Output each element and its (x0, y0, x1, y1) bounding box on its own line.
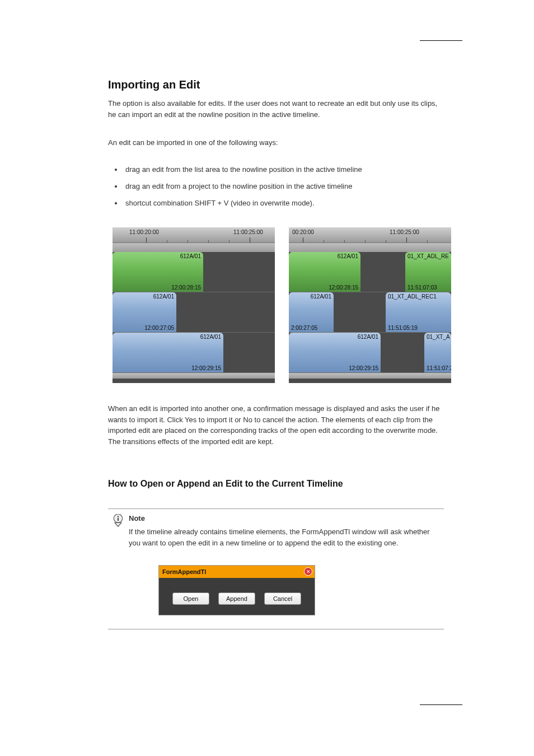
clip-label: 01_XT_AD (427, 334, 450, 340)
clip[interactable]: 612A/01 12:00:29:15 (113, 333, 223, 372)
ruler-tc: 11:00:25:00 (390, 229, 419, 235)
append-dialog: FormAppendTl ✕ Open Append Cancel (158, 565, 315, 615)
dialog-title: FormAppendTl (162, 568, 206, 575)
timeline-panel-after: 00:20:00 11:00:25:00 612A/01 12:00:28:15… (289, 227, 451, 383)
clip-tc: 11:51:05:19 (388, 325, 418, 331)
dialog-button-row: Open Append Cancel (159, 592, 315, 605)
clip-label: 612A/01 (180, 253, 201, 259)
timeline-track: 612A/01 12:00:29:15 01_XT_AD 11:51:07:2 (289, 333, 451, 373)
section-title: Importing an Edit (108, 78, 200, 91)
note-icon (112, 514, 124, 528)
cancel-button[interactable]: Cancel (264, 592, 301, 605)
timeline-panel-before: 11:00:20:00 11:00:25:00 612A/01 12:00:28… (113, 227, 275, 383)
clip-label: 01_XT_ADL_REC1 (388, 293, 437, 300)
description-paragraph: When an edit is imported into another on… (108, 403, 444, 447)
footer-rule (420, 704, 462, 705)
track-end (289, 373, 451, 379)
clip-label: 612A/01 (200, 334, 221, 340)
clip-label: 612A/01 (358, 334, 378, 340)
note-title: Note (129, 514, 145, 522)
clip-tc: 12:00:28:15 (171, 284, 201, 291)
clip[interactable]: 01_XT_AD 11:51:07:2 (424, 333, 451, 372)
clip[interactable]: 612A/01 12:00:27:05 (113, 292, 176, 332)
clip-tc: 11:51:07:2 (427, 365, 451, 371)
track-gap (113, 243, 275, 252)
clip-tc: 2:00:27:05 (291, 325, 317, 331)
bullet-list: drag an edit from the list area to the n… (112, 161, 362, 212)
note-text: If the timeline already contains timelin… (129, 526, 442, 548)
clip-tc: 12:00:29:15 (349, 365, 378, 371)
bullet-3: shortcut combination SHIFT + V (video in… (123, 195, 362, 212)
clip[interactable]: 612A/01 12:00:28:15 (113, 252, 203, 292)
dialog-titlebar[interactable]: FormAppendTl ✕ (159, 566, 315, 578)
timeline-track: 612A/01 12:00:28:15 01_XT_ADL_RE 11:51:0… (289, 252, 451, 292)
ruler-tc: 11:00:20:00 (129, 229, 159, 235)
clip-tc: 12:00:29:15 (191, 365, 221, 371)
clip-tc: 12:00:27:05 (144, 325, 174, 331)
svg-rect-2 (118, 518, 119, 521)
append-button[interactable]: Append (218, 592, 255, 605)
clip[interactable]: 612A/01 12:00:29:15 (289, 333, 381, 372)
timeline-track: 612A/01 12:00:29:15 (113, 333, 275, 373)
track-end (113, 373, 275, 379)
note-divider-top (108, 508, 444, 509)
bullet-1: drag an edit from the list area to the n… (123, 161, 362, 178)
timeline-ruler: 00:20:00 11:00:25:00 (289, 227, 451, 243)
intro-paragraph-1: The option is also available for edits. … (108, 98, 444, 120)
clip-label: 612A/01 (311, 293, 331, 300)
subsection-title: How to Open or Append an Edit to the Cur… (108, 479, 343, 489)
ruler-tc: 00:20:00 (292, 229, 314, 235)
timeline-ruler: 11:00:20:00 11:00:25:00 (113, 227, 275, 243)
clip-tc: 12:00:28:15 (329, 284, 358, 291)
timeline-track: 612A/01 2:00:27:05 01_XT_ADL_REC1 11:51:… (289, 292, 451, 333)
clip-tc: 11:51:07:03 (407, 284, 437, 291)
bullet-2: drag an edit from a project to the nowli… (123, 178, 362, 195)
intro-paragraph-2: An edit can be imported in one of the fo… (108, 137, 444, 148)
ruler-tc: 11:00:25:00 (233, 229, 263, 235)
clip-label: 612A/01 (153, 293, 174, 300)
clip-label: 01_XT_ADL_RE (407, 253, 449, 259)
note-divider-bottom (108, 629, 444, 629)
timeline-track: 612A/01 12:00:28:15 (113, 252, 275, 292)
clip[interactable]: 612A/01 12:00:28:15 (289, 252, 360, 292)
header-rule (420, 40, 462, 41)
close-icon[interactable]: ✕ (304, 567, 312, 576)
clip-label: 612A/01 (338, 253, 358, 259)
clip[interactable]: 01_XT_ADL_RE 11:51:07:03 (405, 252, 451, 292)
open-button[interactable]: Open (172, 592, 209, 605)
svg-point-1 (118, 516, 119, 517)
timeline-track: 612A/01 12:00:27:05 (113, 292, 275, 333)
clip[interactable]: 01_XT_ADL_REC1 11:51:05:19 (386, 292, 451, 332)
clip[interactable]: 612A/01 2:00:27:05 (289, 292, 334, 332)
track-gap (289, 243, 451, 252)
